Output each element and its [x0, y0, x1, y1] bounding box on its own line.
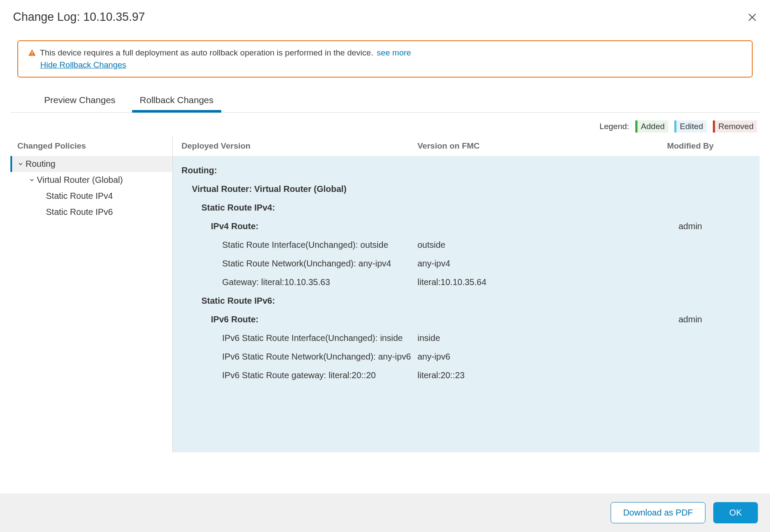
- content: Changed Policies Routing Virtual Router …: [10, 136, 760, 452]
- diff-deployed-value: Gateway: literal:10.10.35.63: [181, 276, 417, 289]
- diff-modified-by: admin: [634, 313, 747, 326]
- diff-heading-ipv4-route: IPv4 Route:: [181, 220, 417, 233]
- legend-edited: Edited: [674, 120, 707, 133]
- diff-deployed-value: IPv6 Static Route Interface(Unchanged): …: [181, 331, 417, 345]
- sidebar: Changed Policies Routing Virtual Router …: [10, 136, 173, 452]
- tab-preview-changes[interactable]: Preview Changes: [42, 89, 117, 112]
- diff-body[interactable]: Routing: Virtual Router: Virtual Router …: [173, 156, 760, 452]
- legend-added: Added: [635, 120, 668, 133]
- download-pdf-button[interactable]: Download as PDF: [611, 502, 705, 523]
- dialog-header: Change Log: 10.10.35.97: [0, 0, 770, 40]
- column-version-on-fmc: Version on FMC: [417, 141, 634, 151]
- close-button[interactable]: [747, 13, 757, 22]
- diff-modified-by: admin: [634, 220, 747, 233]
- sidebar-item-label: Virtual Router (Global): [37, 175, 123, 185]
- sidebar-item-routing[interactable]: Routing: [10, 156, 172, 172]
- diff-fmc-value: any-ipv4: [417, 257, 634, 270]
- column-headers: Deployed Version Version on FMC Modified…: [173, 136, 760, 156]
- svg-rect-3: [32, 54, 32, 55]
- sidebar-item-static-route-ipv6[interactable]: Static Route IPv6: [10, 204, 172, 220]
- sidebar-item-virtual-router[interactable]: Virtual Router (Global): [10, 172, 172, 188]
- column-modified-by: Modified By: [634, 141, 747, 151]
- column-deployed-version: Deployed Version: [181, 141, 417, 151]
- legend-removed: Removed: [713, 120, 757, 133]
- alert-banner: This device requires a full deployment a…: [17, 40, 753, 78]
- diff-row: Static Route Interface(Unchanged): outsi…: [173, 236, 760, 254]
- diff-deployed-value: IPv6 Static Route gateway: literal:20::2…: [181, 369, 417, 382]
- tab-rollback-changes[interactable]: Rollback Changes: [138, 89, 215, 112]
- dialog-footer: Download as PDF OK: [0, 493, 770, 532]
- close-icon: [747, 13, 757, 22]
- chevron-down-icon: [17, 161, 24, 167]
- sidebar-item-label: Static Route IPv6: [46, 207, 113, 217]
- diff-fmc-value: literal:20::23: [417, 369, 634, 382]
- diff-row: Gateway: literal:10.10.35.63 literal:10.…: [173, 273, 760, 292]
- warning-icon: [28, 49, 36, 57]
- diff-row: Static Route Network(Unchanged): any-ipv…: [173, 254, 760, 273]
- alert-text: This device requires a full deployment a…: [40, 48, 373, 58]
- chevron-down-icon: [29, 177, 35, 183]
- ok-button[interactable]: OK: [713, 502, 758, 523]
- diff-row: IPv6 Static Route Network(Unchanged): an…: [173, 347, 760, 366]
- diff-heading-virtual-router: Virtual Router: Virtual Router (Global): [181, 182, 417, 196]
- diff-fmc-value: inside: [417, 331, 634, 345]
- diff-row: IPv6 Static Route Interface(Unchanged): …: [173, 329, 760, 347]
- sidebar-item-label: Routing: [26, 159, 55, 169]
- diff-fmc-value: outside: [417, 238, 634, 252]
- diff-deployed-value: Static Route Network(Unchanged): any-ipv…: [181, 257, 417, 270]
- svg-rect-2: [32, 52, 32, 54]
- hide-rollback-link[interactable]: Hide Rollback Changes: [40, 60, 742, 70]
- diff-heading-ipv6-route: IPv6 Route:: [181, 313, 417, 326]
- legend-label: Legend:: [599, 122, 629, 131]
- dialog-title: Change Log: 10.10.35.97: [13, 10, 145, 24]
- see-more-link[interactable]: see more: [377, 48, 411, 58]
- diff-heading-ipv6-section: Static Route IPv6:: [181, 294, 417, 308]
- diff-heading-ipv4-section: Static Route IPv4:: [181, 201, 417, 214]
- diff-deployed-value: Static Route Interface(Unchanged): outsi…: [181, 238, 417, 252]
- diff-panel: Deployed Version Version on FMC Modified…: [173, 136, 760, 452]
- tabs: Preview Changes Rollback Changes: [10, 89, 760, 113]
- sidebar-item-label: Static Route IPv4: [46, 191, 113, 201]
- diff-heading-routing: Routing:: [181, 164, 417, 177]
- sidebar-item-static-route-ipv4[interactable]: Static Route IPv4: [10, 188, 172, 204]
- diff-deployed-value: IPv6 Static Route Network(Unchanged): an…: [181, 350, 417, 363]
- diff-fmc-value: any-ipv6: [417, 350, 634, 363]
- sidebar-heading: Changed Policies: [10, 136, 172, 156]
- legend: Legend: Added Edited Removed: [0, 113, 770, 136]
- diff-row: IPv6 Static Route gateway: literal:20::2…: [173, 366, 760, 385]
- diff-fmc-value: literal:10.10.35.64: [417, 276, 634, 289]
